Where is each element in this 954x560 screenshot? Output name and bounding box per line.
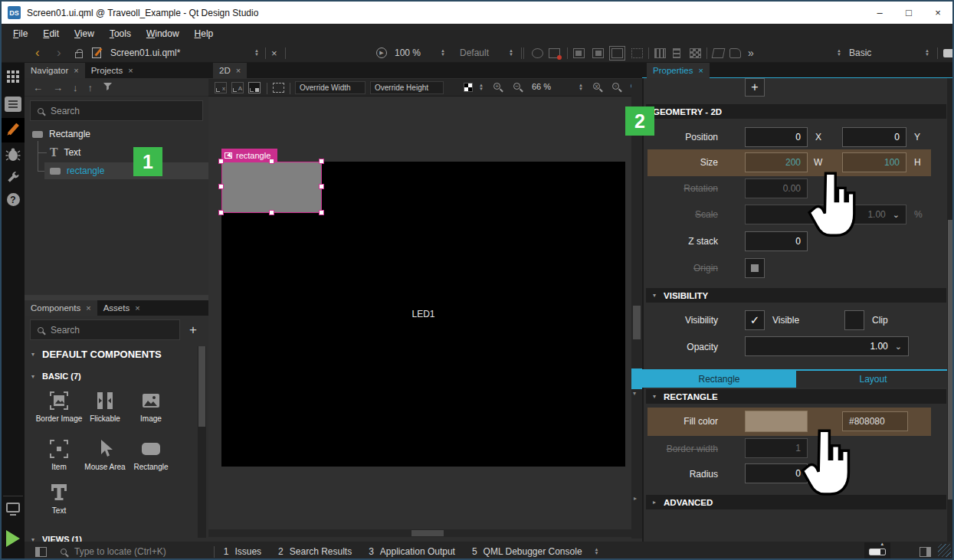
basic-section-header[interactable]: ▾ BASIC (7) (25, 369, 198, 383)
move-right-icon[interactable]: → (53, 82, 63, 93)
canvas-hscrollbar[interactable] (208, 529, 631, 537)
splitter-thumb[interactable] (633, 306, 641, 339)
rotation-input[interactable]: 0.00 (745, 178, 808, 198)
component-item[interactable]: Item (36, 439, 82, 471)
snapping-icon[interactable] (248, 82, 261, 93)
visible-checkbox[interactable]: ✓ (745, 310, 765, 330)
subtab-layout[interactable]: Layout (796, 371, 950, 388)
move-up-icon[interactable]: ↑ (88, 82, 93, 93)
state-selector[interactable]: Default (460, 44, 489, 62)
handle-top-right[interactable] (319, 159, 324, 164)
debug-mode-bug-icon[interactable] (2, 147, 25, 162)
background-spinner[interactable]: ▲▼ (479, 84, 484, 91)
run-preview-icon[interactable]: ▶ (376, 44, 387, 62)
component-text[interactable]: Text (36, 483, 82, 515)
copy-component-icon[interactable] (573, 44, 585, 62)
menu-view[interactable]: View (67, 25, 101, 42)
canvas-right-splitter[interactable]: ▾ ▸ (631, 79, 642, 539)
output-pane-spinner[interactable]: ▲▼ (595, 548, 599, 555)
tab-projects-close-icon[interactable]: × (128, 66, 133, 75)
components-search-input[interactable]: Search (30, 319, 180, 340)
preview-zoom-spinner[interactable]: ▲▼ (441, 44, 445, 62)
splitter-arrow-right-icon[interactable]: ▸ (634, 495, 637, 502)
sidebar-toggle-icon[interactable] (35, 547, 47, 557)
back-button[interactable]: ‹ (35, 44, 40, 62)
edit-mode-icon[interactable] (2, 97, 25, 112)
tab-assets[interactable]: Assets × (97, 300, 146, 316)
zoom-in-icon[interactable]: + (493, 83, 500, 90)
size-width-input[interactable]: 200 (745, 152, 808, 172)
properties-scrollbar-thumb[interactable] (948, 220, 953, 499)
design-mode-pencil-icon[interactable] (2, 123, 25, 136)
right-sidebar-toggle-icon[interactable] (920, 547, 931, 557)
welcome-mode-icon[interactable] (2, 70, 25, 83)
tab-projects[interactable]: Projects × (85, 63, 139, 78)
handle-bottom-center[interactable] (269, 210, 274, 215)
background-color-icon[interactable] (464, 83, 473, 92)
override-width-field[interactable]: Override Width (295, 81, 366, 94)
snap-anchors-icon[interactable]: A (231, 82, 244, 93)
state-spinner[interactable]: ▲▼ (509, 44, 513, 62)
position-x-input[interactable]: 0 (745, 127, 808, 147)
handle-bottom-right[interactable] (319, 210, 324, 215)
handle-mid-left[interactable] (218, 184, 224, 189)
splitter-arrow-down-icon[interactable]: ▾ (633, 390, 636, 397)
handle-top-center[interactable] (269, 159, 274, 164)
output-pane-search-results[interactable]: 2 Search Results (278, 546, 352, 557)
show-bounds-icon[interactable] (273, 83, 284, 93)
clip-checkbox[interactable] (844, 310, 864, 330)
tab-components-close-icon[interactable]: × (86, 303, 90, 313)
style-spinner-left[interactable]: ▲▼ (837, 44, 841, 62)
visibility-header[interactable]: ▾ VISIBILITY (646, 288, 946, 303)
component-border-image[interactable]: Border Image (36, 391, 82, 423)
file-switch-spinner[interactable]: ▲▼ (254, 44, 259, 62)
maximize-button[interactable]: □ (894, 2, 923, 24)
build-progress-icon[interactable] (864, 542, 890, 560)
output-pane-qml-debugger[interactable]: 5 QML Debugger Console (472, 546, 582, 557)
component-mouse-area[interactable]: Mouse Area (82, 439, 128, 471)
tab-navigator[interactable]: Navigator × (25, 63, 85, 78)
tools-wrench-icon[interactable] (2, 170, 25, 185)
chevron-down-icon[interactable]: ⌄ (893, 210, 900, 220)
zoom-selection-icon[interactable]: x (593, 83, 600, 90)
menu-file[interactable]: File (6, 25, 34, 42)
handle-mid-right[interactable] (319, 184, 324, 189)
handle-top-left[interactable] (218, 159, 224, 164)
no-snapping-icon[interactable]: x (215, 82, 227, 93)
component-rectangle[interactable]: Rectangle (128, 439, 174, 471)
export-selection-icon[interactable] (549, 44, 560, 62)
frame-selection-icon[interactable] (611, 44, 623, 62)
tab-properties-close-icon[interactable]: × (698, 66, 703, 75)
frame-refresh-icon[interactable] (631, 44, 643, 62)
lock-icon[interactable] (75, 44, 83, 62)
forward-button[interactable]: › (57, 44, 61, 62)
handle-bottom-left[interactable] (218, 210, 224, 215)
tree-item-rectangle-root[interactable]: Rectangle (32, 126, 90, 142)
feedback-bubble-icon[interactable] (943, 44, 954, 62)
tab-navigator-close-icon[interactable]: × (74, 66, 78, 75)
advanced-section-header[interactable]: ▸ ADVANCED (646, 495, 946, 509)
origin-selector-button[interactable] (745, 258, 765, 278)
zoom-fit-icon[interactable]: ▫ (612, 83, 619, 90)
tree-item-text[interactable]: T Text (50, 144, 80, 161)
share-icon[interactable] (532, 44, 543, 62)
components-scrollbar[interactable] (198, 346, 206, 538)
menu-window[interactable]: Window (139, 25, 186, 42)
artboard-text-led1[interactable]: LED1 (221, 309, 625, 319)
properties-scrollbar[interactable] (947, 78, 954, 560)
move-down-icon[interactable]: ↓ (73, 82, 78, 93)
output-pane-application-output[interactable]: 3 Application Output (369, 546, 455, 557)
tab-2d[interactable]: 2D × (213, 63, 247, 78)
edit-document-icon[interactable] (92, 44, 101, 62)
window-resize-grip[interactable] (938, 544, 951, 557)
locate-input[interactable]: Type to locate (Ctrl+K) (74, 546, 166, 557)
default-components-header[interactable]: ▾ DEFAULT COMPONENTS (25, 346, 198, 362)
rectangle-section-header[interactable]: ▾ RECTANGLE (646, 389, 946, 404)
selected-rectangle[interactable] (221, 162, 322, 213)
run-project-button[interactable] (2, 530, 25, 547)
style-spinner-right[interactable]: ▲▼ (925, 44, 929, 62)
add-module-button[interactable]: + (185, 322, 202, 339)
panel-splitter[interactable] (25, 295, 208, 300)
toolbar-overflow-button[interactable]: » (748, 44, 754, 62)
opacity-input[interactable]: 1.00 ⌄ (745, 336, 909, 356)
